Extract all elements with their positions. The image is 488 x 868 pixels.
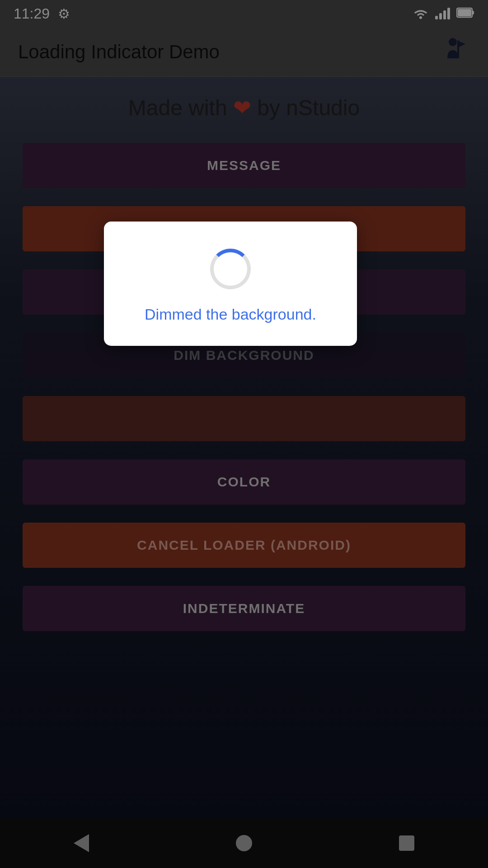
status-bar: 11:29 ⚙ — [0, 0, 488, 27]
wifi-icon — [413, 7, 429, 20]
message-button[interactable]: MESSAGE — [23, 143, 465, 188]
app-bar-title: Loading Indicator Demo — [18, 41, 220, 63]
heart-icon: ❤ — [233, 96, 257, 120]
back-icon — [74, 834, 89, 852]
loading-spinner — [210, 249, 251, 289]
status-left: 11:29 ⚙ — [14, 5, 70, 22]
cancel-loader-button[interactable]: CANCEL LOADER (ANDROID) — [23, 523, 465, 568]
home-icon — [236, 835, 252, 851]
status-time: 11:29 — [14, 5, 50, 22]
signal-icon — [435, 8, 450, 19]
loading-dialog: Dimmed the background. — [104, 222, 357, 346]
settings-icon: ⚙ — [58, 6, 70, 22]
svg-point-0 — [419, 16, 422, 19]
nav-home-button[interactable] — [226, 825, 262, 861]
dialog-message: Dimmed the background. — [145, 306, 316, 323]
subtitle: Made with ❤ by nStudio — [23, 95, 465, 120]
svg-rect-2 — [472, 11, 474, 14]
indeterminate-button[interactable]: INDETERMINATE — [23, 586, 465, 631]
spinner-container — [210, 249, 251, 289]
dim-background-orange-strip — [23, 396, 465, 441]
main-content: Made with ❤ by nStudio MESSAGE MESSAGE -… — [0, 77, 488, 818]
status-right — [413, 7, 474, 20]
battery-icon — [456, 7, 474, 20]
svg-point-4 — [449, 38, 457, 46]
svg-rect-3 — [458, 9, 471, 16]
nav-back-button[interactable] — [63, 825, 99, 861]
app-bar: Loading Indicator Demo — [0, 27, 488, 77]
bottom-nav — [0, 818, 488, 868]
recents-icon — [399, 835, 414, 851]
nav-recents-button[interactable] — [389, 825, 425, 861]
color-button[interactable]: COLOR — [23, 459, 465, 505]
app-bar-menu-icon[interactable] — [443, 36, 470, 68]
